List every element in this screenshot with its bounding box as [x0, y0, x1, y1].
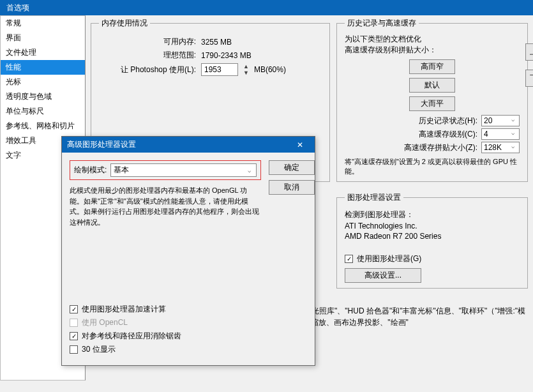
cache-level-input[interactable]: 4⌵ [481, 128, 520, 140]
use-gpu-label: 使用图形处理器(G) [357, 253, 421, 264]
ps-use-input[interactable] [201, 63, 238, 76]
dialog-titlebar[interactable]: 高级图形处理器设置 ✕ [62, 137, 315, 153]
window-title: 首选项 [6, 3, 29, 12]
available-mem-value: 3255 MB [201, 38, 232, 47]
opt-label2: 高速缓存级别和拼贴大小： [345, 45, 520, 56]
sidebar-item-general[interactable]: 常规 [1, 16, 85, 31]
sidebar-item-cursors[interactable]: 光标 [1, 75, 85, 89]
gpu-vendor: ATI Technologies Inc. [345, 222, 520, 230]
chevron-down-icon: ⌵ [509, 130, 517, 139]
sidebar-item-interface[interactable]: 界面 [1, 31, 85, 45]
chevron-down-icon: ⌵ [509, 143, 517, 152]
antialias-checkbox[interactable] [70, 332, 78, 340]
antialias-label: 对参考线和路径应用消除锯齿 [82, 331, 181, 342]
gpu-device: AMD Radeon R7 200 Series [345, 232, 520, 241]
history-states-label: 历史记录状态(H): [345, 116, 481, 126]
gpu-detected-label: 检测到图形处理器： [345, 209, 520, 220]
sidebar-item-transparency[interactable]: 透明度与色域 [1, 89, 85, 104]
drawing-mode-select[interactable]: 基本 ⌵ [110, 163, 257, 177]
history-states-input[interactable]: 20⌵ [481, 115, 520, 126]
history-legend: 历史记录与高速缓存 [345, 18, 419, 29]
ps-use-label: 让 Photoshop 使用(L): [99, 64, 201, 75]
ideal-range-label: 理想范围: [99, 50, 201, 61]
next-button[interactable]: 下 [525, 70, 533, 87]
chevron-down-icon: ⌵ [509, 116, 517, 125]
prev-button[interactable]: 上 [525, 43, 533, 61]
drawing-mode-row: 绘制模式: 基本 ⌵ [70, 160, 261, 180]
opt-label1: 为以下类型的文档优化 [345, 34, 520, 45]
accel-checkbox[interactable] [70, 305, 78, 313]
ok-button[interactable]: 确定 [269, 160, 315, 175]
cache-level-label: 高速缓存级别(C): [345, 129, 481, 140]
big-flat-button[interactable]: 大而平 [409, 96, 455, 111]
stepper-up-icon[interactable]: ▲ [241, 63, 251, 70]
cancel-button[interactable]: 取消 [269, 180, 315, 195]
ps-use-unit: MB(60%) [254, 65, 286, 74]
dialog-title: 高级图形处理器设置 [67, 139, 136, 150]
sidebar-item-performance[interactable]: 性能 [1, 60, 85, 75]
30bit-label: 30 位显示 [82, 344, 116, 355]
30bit-checkbox[interactable] [70, 345, 78, 354]
ideal-range-value: 1790-2343 MB [201, 51, 251, 60]
gpu-legend: 图形处理器设置 [345, 192, 403, 203]
sidebar-item-units[interactable]: 单位与标尺 [1, 104, 85, 119]
accel-label: 使用图形处理器加速计算 [82, 304, 166, 315]
window-titlebar: 首选项 [0, 0, 533, 15]
cache-note: 将"高速缓存级别"设置为 2 或更高以获得最佳的 GPU 性能。 [345, 157, 520, 176]
advanced-settings-button[interactable]: 高级设置... [345, 268, 421, 283]
mode-description: 此模式使用最少的图形处理器内存和最基本的 OpenGL 功能。如果"正常"和"高… [70, 185, 261, 227]
opencl-label: 使用 OpenCL [82, 317, 128, 328]
sidebar-item-filehandling[interactable]: 文件处理 [1, 45, 85, 60]
drawing-mode-label: 绘制模式: [74, 165, 107, 176]
chevron-down-icon: ⌵ [245, 167, 253, 174]
advanced-gpu-dialog: 高级图形处理器设置 ✕ 绘制模式: 基本 ⌵ 此模式使用最少的图形处理器内存和最… [61, 136, 315, 366]
use-gpu-checkbox[interactable] [345, 255, 353, 263]
tile-size-label: 高速缓存拼贴大小(Z): [345, 142, 481, 153]
gpu-settings-group: 图形处理器设置 检测到图形处理器： ATI Technologies Inc. … [336, 192, 528, 289]
sidebar-item-guides[interactable]: 参考线、网格和切片 [1, 119, 85, 133]
stepper-down-icon[interactable]: ▼ [241, 70, 251, 76]
default-button[interactable]: 默认 [409, 78, 455, 93]
available-mem-label: 可用内存: [99, 36, 201, 47]
close-icon[interactable]: ✕ [290, 140, 310, 149]
tile-size-input[interactable]: 128K⌵ [481, 142, 520, 153]
tall-thin-button[interactable]: 高而窄 [409, 59, 455, 74]
memory-legend: 内存使用情况 [99, 18, 150, 29]
opencl-checkbox [70, 319, 78, 327]
history-cache-group: 历史记录与高速缓存 为以下类型的文档优化 高速缓存级别和拼贴大小： 高而窄 默认… [336, 18, 528, 182]
